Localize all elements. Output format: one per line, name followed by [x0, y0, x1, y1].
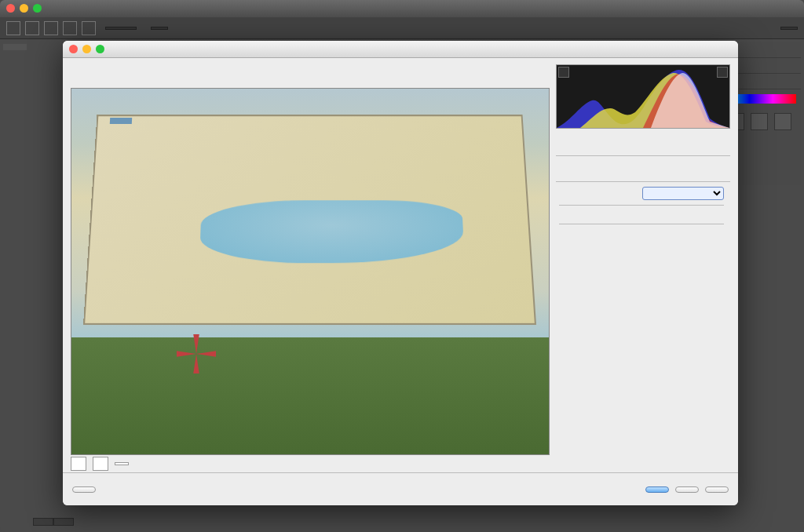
- option-icon-3[interactable]: [63, 21, 77, 35]
- minimize-icon[interactable]: [20, 4, 28, 13]
- feather-field[interactable]: [105, 27, 137, 30]
- adj-icon[interactable]: [751, 113, 768, 130]
- ps-toolbar: [3, 44, 27, 50]
- ps-titlebar: [0, 0, 804, 17]
- option-icon-2[interactable]: [44, 21, 58, 35]
- zoom-icon[interactable]: [96, 45, 104, 53]
- close-icon[interactable]: [6, 4, 15, 13]
- zoom-icon[interactable]: [33, 4, 42, 13]
- camera-raw-dialog: [63, 41, 738, 505]
- save-image-button[interactable]: [72, 486, 96, 493]
- ps-options-bar: [0, 17, 804, 39]
- workspace-select[interactable]: [780, 27, 798, 30]
- image-title: [109, 118, 131, 124]
- style-select[interactable]: [151, 27, 168, 30]
- open-image-button[interactable]: [645, 486, 669, 493]
- basic-panel: [556, 182, 730, 472]
- zoom-out-button[interactable]: [71, 457, 86, 471]
- cr-preview-image[interactable]: [71, 88, 550, 455]
- close-icon[interactable]: [69, 45, 78, 53]
- readout-panel: [556, 129, 730, 156]
- option-icon-4[interactable]: [82, 21, 96, 35]
- minimize-icon[interactable]: [82, 45, 91, 53]
- cr-titlebar: [63, 41, 738, 58]
- ps-bottom-tabs: [33, 518, 74, 526]
- cancel-button[interactable]: [675, 486, 699, 493]
- white-balance-select[interactable]: [642, 187, 724, 200]
- done-button[interactable]: [705, 486, 729, 493]
- cr-footer: [63, 472, 738, 505]
- tab-mini-bridge[interactable]: [33, 518, 53, 526]
- marquee-icon[interactable]: [6, 21, 20, 35]
- white-balance-row: [559, 187, 724, 200]
- panel-title: [556, 175, 730, 182]
- zoom-select[interactable]: [115, 462, 129, 465]
- cr-zoom-bar: [71, 455, 550, 472]
- tab-timeline[interactable]: [53, 518, 74, 526]
- adj-icon[interactable]: [774, 113, 791, 130]
- histogram[interactable]: [556, 64, 730, 129]
- cr-panel-tabs: [556, 158, 730, 175]
- cr-toolbar: [71, 64, 550, 85]
- option-icon-1[interactable]: [25, 21, 39, 35]
- ps-traffic-lights[interactable]: [6, 4, 42, 13]
- cr-traffic-lights[interactable]: [69, 45, 104, 53]
- compass-icon: [177, 334, 216, 373]
- zoom-in-button[interactable]: [93, 457, 108, 471]
